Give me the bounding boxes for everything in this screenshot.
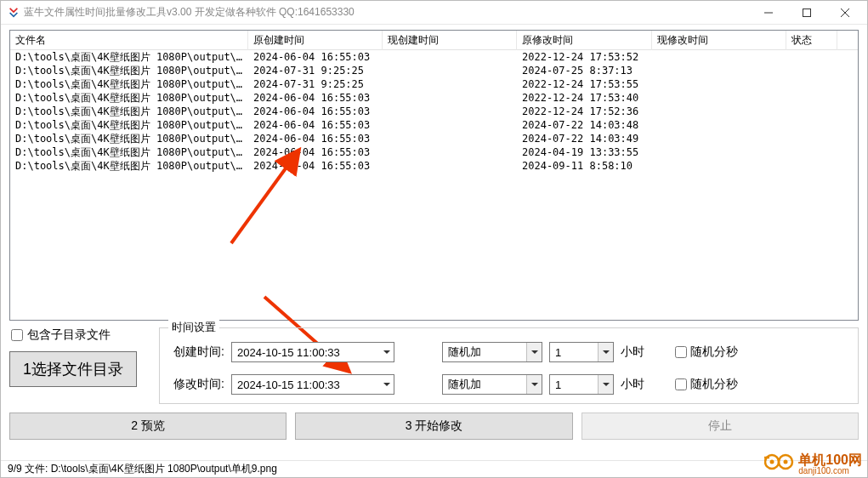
modify-random-amount-value: 1 xyxy=(550,378,598,391)
list-header: 文件名 原创建时间 现创建时间 原修改时间 现修改时间 状态 xyxy=(10,31,858,50)
svg-point-15 xyxy=(770,460,774,464)
cell-orig-create: 2024-06-04 16:55:03 xyxy=(248,160,383,172)
modify-time-input[interactable]: 2024-10-15 11:00:33 xyxy=(231,374,394,395)
col-status[interactable]: 状态 xyxy=(786,31,837,50)
cell-orig-create: 2024-06-04 16:55:03 xyxy=(248,146,383,158)
cell-orig-modify: 2024-07-22 14:03:49 xyxy=(517,133,652,145)
cell-filename: D:\tools\桌面\4K壁纸图片 1080P\output\单机… xyxy=(10,91,248,105)
cell-filename: D:\tools\桌面\4K壁纸图片 1080P\output\单机… xyxy=(10,145,248,160)
cell-orig-modify: 2022-12-24 17:53:52 xyxy=(517,51,652,63)
modify-random-minsec-checkbox[interactable]: 随机分秒 xyxy=(675,377,738,392)
create-random-minsec-checkbox[interactable]: 随机分秒 xyxy=(675,344,738,360)
cell-orig-modify: 2022-12-24 17:52:36 xyxy=(517,105,652,117)
svg-marker-13 xyxy=(603,383,610,386)
create-time-value: 2024-10-15 11:00:33 xyxy=(232,346,380,359)
stop-button: 停止 xyxy=(582,413,859,440)
titlebar[interactable]: 蓝牛文件属性时间批量修改工具v3.00 开发定做各种软件 QQ:16416533… xyxy=(1,1,867,25)
chevron-down-icon[interactable] xyxy=(526,343,542,361)
chevron-down-icon[interactable] xyxy=(380,381,394,388)
cell-filename: D:\tools\桌面\4K壁纸图片 1080P\output\单机… xyxy=(10,132,248,146)
table-row[interactable]: D:\tools\桌面\4K壁纸图片 1080P\output\单机…2024-… xyxy=(10,159,858,173)
left-options: 包含子目录文件 1选择文件目录 xyxy=(9,327,154,387)
svg-point-17 xyxy=(784,460,788,464)
time-settings-legend: 时间设置 xyxy=(168,320,219,335)
bottom-panel: 包含子目录文件 1选择文件目录 时间设置 创建时间: 2024-10-15 11… xyxy=(9,327,859,404)
modify-random-amount-combo[interactable]: 1 xyxy=(549,374,614,395)
create-random-mode-combo[interactable]: 随机加 xyxy=(442,342,542,362)
main-area: 文件名 原创建时间 现创建时间 原修改时间 现修改时间 状态 D:\tools\… xyxy=(1,25,867,460)
table-row[interactable]: D:\tools\桌面\4K壁纸图片 1080P\output\单机…2024-… xyxy=(10,91,858,105)
col-new-create[interactable]: 现创建时间 xyxy=(383,31,517,50)
create-random-minsec-input[interactable] xyxy=(675,346,687,358)
start-button[interactable]: 3 开始修改 xyxy=(295,413,572,440)
cell-orig-modify: 2024-07-22 14:03:48 xyxy=(517,119,652,131)
create-random-amount-value: 1 xyxy=(550,346,598,359)
table-row[interactable]: D:\tools\桌面\4K壁纸图片 1080P\output\单机…2024-… xyxy=(10,64,858,77)
modify-random-minsec-label: 随机分秒 xyxy=(690,377,738,392)
create-time-label: 创建时间: xyxy=(168,344,224,360)
svg-marker-10 xyxy=(603,350,610,354)
svg-marker-9 xyxy=(531,350,538,354)
modify-time-label: 修改时间: xyxy=(168,377,224,392)
svg-marker-8 xyxy=(383,350,390,354)
cell-orig-modify: 2024-09-11 8:58:10 xyxy=(517,160,652,172)
chevron-down-icon[interactable] xyxy=(380,349,394,356)
watermark-sub: danji100.com xyxy=(798,467,862,475)
cell-filename: D:\tools\桌面\4K壁纸图片 1080P\output\单机… xyxy=(10,105,248,119)
action-row: 2 预览 3 开始修改 停止 xyxy=(9,413,859,440)
app-icon xyxy=(8,7,20,19)
cell-orig-create: 2024-06-04 16:55:03 xyxy=(248,105,383,117)
modify-time-row: 修改时间: 2024-10-15 11:00:33 随机加 1 小时 xyxy=(168,374,849,395)
window-controls xyxy=(749,1,864,25)
table-row[interactable]: D:\tools\桌面\4K壁纸图片 1080P\output\单机…2024-… xyxy=(10,50,858,64)
cell-orig-modify: 2022-12-24 17:53:40 xyxy=(517,92,652,104)
minimize-button[interactable] xyxy=(749,1,787,25)
watermark-icon xyxy=(764,452,795,475)
chevron-down-icon[interactable] xyxy=(598,343,613,361)
include-subdir-label: 包含子目录文件 xyxy=(27,327,111,343)
include-subdir-checkbox[interactable]: 包含子目录文件 xyxy=(9,327,154,343)
cell-filename: D:\tools\桌面\4K壁纸图片 1080P\output\单机… xyxy=(10,77,248,92)
window-title: 蓝牛文件属性时间批量修改工具v3.00 开发定做各种软件 QQ:16416533… xyxy=(24,5,355,20)
cell-orig-create: 2024-06-04 16:55:03 xyxy=(248,119,383,131)
cell-orig-create: 2024-07-31 9:25:25 xyxy=(248,65,383,77)
col-filename[interactable]: 文件名 xyxy=(10,31,248,50)
table-row[interactable]: D:\tools\桌面\4K壁纸图片 1080P\output\单机…2024-… xyxy=(10,105,858,118)
cell-orig-modify: 2024-04-19 13:33:55 xyxy=(517,146,652,158)
watermark-text: 单机100网 danji100.com xyxy=(798,453,862,475)
table-row[interactable]: D:\tools\桌面\4K壁纸图片 1080P\output\单机…2024-… xyxy=(10,132,858,145)
app-window: 蓝牛文件属性时间批量修改工具v3.00 开发定做各种软件 QQ:16416533… xyxy=(0,0,868,478)
include-subdir-input[interactable] xyxy=(11,329,23,341)
list-body: D:\tools\桌面\4K壁纸图片 1080P\output\单机…2024-… xyxy=(10,50,858,173)
svg-marker-11 xyxy=(383,383,390,386)
cell-filename: D:\tools\桌面\4K壁纸图片 1080P\output\单机… xyxy=(10,159,248,174)
modify-random-minsec-input[interactable] xyxy=(675,378,687,390)
status-text: 9/9 文件: D:\tools\桌面\4K壁纸图片 1080P\output\… xyxy=(8,462,277,476)
table-row[interactable]: D:\tools\桌面\4K壁纸图片 1080P\output\单机…2024-… xyxy=(10,118,858,132)
create-random-amount-combo[interactable]: 1 xyxy=(549,342,614,362)
maximize-button[interactable] xyxy=(787,1,825,25)
modify-random-mode-combo[interactable]: 随机加 xyxy=(442,374,542,395)
file-listview[interactable]: 文件名 原创建时间 现创建时间 原修改时间 现修改时间 状态 D:\tools\… xyxy=(9,30,859,321)
select-dir-button[interactable]: 1选择文件目录 xyxy=(9,351,137,387)
create-random-minsec-label: 随机分秒 xyxy=(690,344,738,360)
create-unit-label: 小时 xyxy=(621,344,644,360)
time-settings-group: 时间设置 创建时间: 2024-10-15 11:00:33 随机加 1 xyxy=(159,327,859,404)
cell-orig-create: 2024-06-04 16:55:03 xyxy=(248,92,383,104)
close-button[interactable] xyxy=(825,1,864,25)
col-orig-create[interactable]: 原创建时间 xyxy=(248,31,383,50)
table-row[interactable]: D:\tools\桌面\4K壁纸图片 1080P\output\单机…2024-… xyxy=(10,77,858,91)
chevron-down-icon[interactable] xyxy=(598,375,613,394)
table-row[interactable]: D:\tools\桌面\4K壁纸图片 1080P\output\单机…2024-… xyxy=(10,145,858,159)
create-time-row: 创建时间: 2024-10-15 11:00:33 随机加 1 小时 xyxy=(168,342,849,362)
modify-random-mode-value: 随机加 xyxy=(443,377,526,392)
watermark: 单机100网 danji100.com xyxy=(764,452,862,475)
cell-filename: D:\tools\桌面\4K壁纸图片 1080P\output\单机… xyxy=(10,64,248,78)
chevron-down-icon[interactable] xyxy=(526,375,542,394)
preview-button[interactable]: 2 预览 xyxy=(9,413,286,440)
col-orig-modify[interactable]: 原修改时间 xyxy=(517,31,652,50)
cell-filename: D:\tools\桌面\4K壁纸图片 1080P\output\单机… xyxy=(10,50,248,65)
col-new-modify[interactable]: 现修改时间 xyxy=(652,31,786,50)
cell-orig-modify: 2024-07-25 8:37:13 xyxy=(517,65,652,77)
create-time-input[interactable]: 2024-10-15 11:00:33 xyxy=(231,342,394,362)
